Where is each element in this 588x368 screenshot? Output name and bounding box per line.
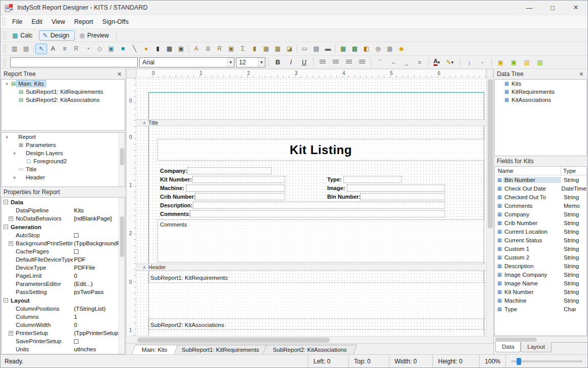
crib-number-field[interactable]	[195, 193, 285, 200]
collapse-icon[interactable]: −	[4, 225, 8, 229]
properties-scrollbar[interactable]	[119, 198, 125, 354]
crosstab-tool-button[interactable]: ▩	[349, 44, 361, 54]
expand-icon[interactable]: +	[9, 241, 13, 246]
subreport2-component[interactable]: SubReport2: KitAssociations	[150, 322, 224, 328]
shape-tool-button[interactable]: ■	[117, 44, 129, 54]
zoom-tool-button[interactable]: ◎	[372, 44, 384, 54]
header-band-bar[interactable]: ∧ Header	[136, 264, 486, 271]
kit-number-label[interactable]: Kit Number:	[160, 176, 192, 183]
dbcalc-tool-button[interactable]: Σ	[237, 44, 249, 54]
dbrichtext-tool-button[interactable]: R	[214, 44, 225, 54]
checkbox-unchecked-icon[interactable]	[74, 339, 79, 344]
tree-item-subreport2-kitassociations[interactable]: ▤SubReport2: KitAssociations	[2, 96, 125, 104]
machine-label[interactable]: Machine:	[160, 185, 184, 192]
subreport1-component[interactable]: SubReport1: KitRequirements	[150, 275, 228, 281]
select-tool-button[interactable]: ↖	[35, 44, 47, 54]
field-row-current-status[interactable]: ▦Current StatusString	[495, 236, 586, 244]
field-row-type[interactable]: ▦TypeChar	[495, 305, 586, 313]
property-row-columns[interactable]: Columns1	[2, 313, 125, 321]
company-field[interactable]	[187, 167, 271, 174]
property-row-pagelimit[interactable]: PageLimit0	[2, 272, 125, 280]
field-row-checked-out-to[interactable]: ▦Checked Out ToString	[495, 193, 586, 201]
tree-item-header[interactable]: ∨Header	[2, 173, 125, 181]
property-row-backgroundprintsetting[interactable]: +BackgroundPrintSetting(TppBackgroundP	[2, 239, 125, 247]
dbchart-tool-button[interactable]: ◪	[284, 44, 295, 54]
description-label[interactable]: Description:	[160, 202, 192, 209]
mode-tab-calc[interactable]: ▦Calc	[9, 30, 38, 41]
field-row-machine[interactable]: ▦MachineString	[495, 296, 586, 305]
tree-item-main-kits[interactable]: ∨▤Main: Kits	[2, 80, 125, 88]
tree-scrollbar[interactable]	[119, 133, 125, 187]
title-band-bar[interactable]: ∧ Title	[136, 119, 486, 126]
field-row-kit-number[interactable]: ▦Kit NumberString	[495, 287, 586, 296]
property-row-devicetype[interactable]: DeviceTypePDFFile	[2, 264, 125, 272]
comments-field[interactable]	[190, 210, 445, 217]
subreport1-region[interactable]	[148, 282, 485, 319]
zoom-slider-track[interactable]	[511, 360, 582, 362]
field-row-custom-1[interactable]: ▦Custom 1String	[495, 244, 586, 253]
expand-icon[interactable]: +	[9, 331, 13, 336]
tree-item-kitrequirements[interactable]: ▦KitRequirements	[495, 88, 586, 96]
align-bands-tool-button[interactable]: ▥	[9, 44, 20, 54]
machine-field[interactable]	[186, 185, 285, 192]
align-middle-button[interactable]: –	[387, 57, 399, 67]
system-variable-tool-button[interactable]: ◔	[82, 44, 94, 54]
designer-tab-subreport2-kitassociations[interactable]: SubReport2: KitAssociations	[263, 345, 358, 354]
frame-button[interactable]: ▫	[477, 57, 488, 67]
canvas-hscrollbar[interactable]	[136, 336, 486, 343]
tree-item-report[interactable]: ∨Report	[2, 133, 125, 141]
property-row-saveprintersetup[interactable]: SavePrinterSetup	[2, 337, 125, 345]
memo-tool-button[interactable]: ≡	[59, 44, 70, 54]
image-tool-button[interactable]: ▣	[105, 44, 117, 54]
kit-number-field[interactable]	[192, 176, 285, 183]
bring-forward-button[interactable]: ▤	[521, 57, 533, 67]
property-row-cachepages[interactable]: CachePages	[2, 247, 125, 255]
checkbox-unchecked-icon[interactable]	[74, 233, 79, 238]
menu-file[interactable]: File	[8, 16, 27, 27]
tree-item-design-layers[interactable]: ∨Design Layers	[2, 149, 125, 157]
mode-tab-preview[interactable]: ◎Preview	[76, 30, 114, 41]
dbmemo-tool-button[interactable]: ≣	[202, 44, 214, 54]
send-to-back-button[interactable]: ▣	[508, 57, 520, 67]
expand-icon[interactable]: +	[9, 216, 13, 221]
field-row-description[interactable]: ▦DescriptionString	[495, 262, 586, 270]
column-header-name[interactable]: Name	[495, 167, 561, 175]
field-row-company[interactable]: ▦CompanyString	[495, 210, 586, 218]
barcode-tool-button[interactable]: ▮	[152, 44, 164, 54]
tree-item-kits[interactable]: ▦Kits	[495, 80, 586, 88]
align-left-button[interactable]	[317, 57, 328, 67]
property-row-defaultfiledevicetype[interactable]: DefaultFileDeviceTypePDF	[2, 255, 125, 264]
image-label[interactable]: Image:	[327, 185, 345, 192]
property-group-data[interactable]: −Data	[2, 198, 125, 206]
dbcheckbox-tool-button[interactable]: ▩	[272, 44, 284, 54]
align-right-button[interactable]	[343, 57, 355, 67]
pagebreak-tool-button[interactable]: ▬	[322, 44, 334, 54]
field-row-crib-number[interactable]: ▦Crib NumberString	[495, 218, 586, 227]
align-bottom-button[interactable]: _	[401, 57, 412, 67]
close-icon[interactable]: ×	[578, 70, 584, 78]
tree-item-foreground2[interactable]: ▢Foreground2	[2, 157, 125, 165]
field-row-custom-2[interactable]: ▦Custom 2String	[495, 253, 586, 262]
property-row-columnwidth[interactable]: ColumnWidth0	[2, 321, 125, 329]
barcode-2d-tool-button[interactable]: ▦	[164, 44, 175, 54]
property-row-units[interactable]: UnitsutInches	[2, 345, 125, 353]
close-button[interactable]: ×	[564, 1, 587, 15]
calc-tool-button[interactable]: ●	[140, 44, 152, 54]
menu-edit[interactable]: Edit	[27, 16, 47, 27]
anchor-button[interactable]: ↓	[463, 57, 475, 67]
tree-item-kitassociations[interactable]: ▦KitAssociations	[495, 96, 586, 104]
bin-number-field[interactable]	[360, 193, 445, 200]
canvas-vscrollbar[interactable]	[486, 78, 493, 336]
scrollbar-thumb[interactable]	[488, 79, 493, 229]
align-stretch-button[interactable]: =	[414, 57, 425, 67]
property-group-layout[interactable]: −Layout	[2, 296, 125, 305]
checkbox-tool-button[interactable]: ▣	[175, 44, 187, 54]
field-row-image-name[interactable]: ▦Image NameString	[495, 279, 586, 287]
maximize-button[interactable]: □	[541, 1, 564, 15]
field-row-comments[interactable]: ▦CommentsMemo	[495, 201, 586, 210]
field-row-bin-number[interactable]: ▦Bin NumberString	[495, 175, 586, 184]
checkbox-unchecked-icon[interactable]	[74, 249, 79, 254]
zoom-slider[interactable]	[505, 355, 587, 367]
bring-to-front-button[interactable]: ▣	[495, 57, 506, 67]
object-name-input[interactable]	[10, 57, 138, 67]
